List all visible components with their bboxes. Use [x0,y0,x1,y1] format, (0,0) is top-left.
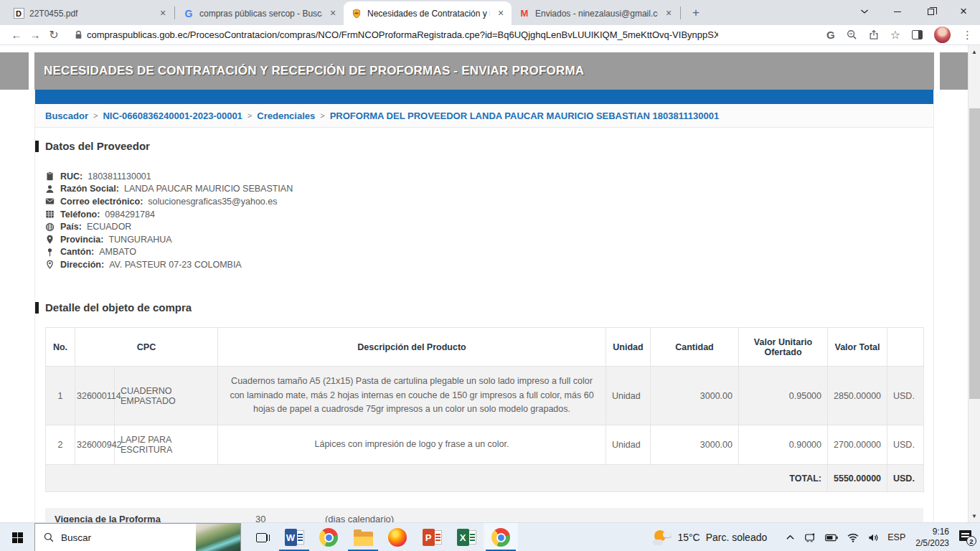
field-telefono: Teléfono: 0984291784 [45,208,293,221]
content-container: Buscador > NIC-0660836240001-2023-00001 … [34,90,934,522]
minimize-button[interactable] [881,0,914,23]
task-view-button[interactable] [245,523,277,551]
powerpoint-icon: P [423,529,442,546]
cell-unidad: Unidad [606,425,651,465]
taskbar-powerpoint-button[interactable]: P [415,523,449,551]
start-button[interactable] [0,523,34,551]
taskbar-chrome-active-button[interactable] [484,523,518,551]
taskbar-chrome-button[interactable] [311,523,346,551]
url-address[interactable]: compraspublicas.gob.ec/ProcesoContrataci… [87,29,718,40]
tab-close-icon[interactable]: × [327,8,339,19]
volume-icon[interactable] [868,533,879,542]
vertical-scrollbar[interactable]: ▲ ▼ [968,45,980,522]
tab-close-icon[interactable]: × [663,8,674,19]
partly-sunny-icon [653,529,672,545]
share-icon[interactable] [869,29,879,40]
google-g-icon[interactable]: G [826,29,835,41]
breadcrumb-nic-link[interactable]: NIC-0660836240001-2023-00001 [103,110,242,121]
hidden-icons-chevron-icon[interactable] [786,534,795,541]
total-currency: USD. [887,465,924,492]
tab-close-icon[interactable]: × [495,8,507,19]
cell-cantidad: 3000.00 [651,425,739,465]
scrollbar-thumb[interactable] [969,108,980,399]
taskbar-word-button[interactable]: W [277,523,311,551]
cell-cantidad: 3000.00 [651,367,739,425]
search-highlight-image[interactable] [196,524,240,551]
breadcrumb-separator: > [248,111,252,120]
vigencia-row: Vigencia de la Proforma 30 (dias calenda… [45,508,923,522]
col-cantidad: Cantidad [651,328,739,367]
tab-title: 22T0455.pdf [29,9,152,19]
taskbar-explorer-button[interactable] [346,523,380,551]
cell-valor-unitario: 0.95000 [739,367,828,425]
window-controls: × [848,0,980,23]
cell-cpc-name: LAPIZ PARA ESCRITURA [115,425,218,465]
taskbar: Buscar W P [0,522,980,551]
page-title: NECESIDADES DE CONTRATACIÓN Y RECEPCIÓN … [44,64,584,78]
provider-fields: RUC: 1803811130001 Razón Social: LANDA P… [45,170,293,271]
keypad-icon [45,209,55,219]
table-total-row: TOTAL: 5550.00000 USD. [46,465,924,492]
reload-button[interactable]: ↻ [44,28,63,42]
notification-center-button[interactable]: 2 [959,529,976,546]
browser-window: D 22T0455.pdf × G compras públicas serco… [0,0,980,551]
taskbar-excel-button[interactable]: X [449,523,484,551]
cell-cpc-code: 326000942 [75,425,115,465]
meet-now-icon[interactable] [804,532,816,542]
battery-icon[interactable] [825,534,838,542]
firefox-icon [388,528,407,547]
tab-necesidades-active[interactable]: Necesidades de Contratación y R × [344,1,512,25]
restore-button[interactable] [914,0,947,23]
forward-button[interactable]: → [26,29,44,41]
side-panel-icon[interactable] [912,30,923,39]
purchase-detail-table: No. CPC Descripción del Producto Unidad … [45,327,924,492]
vigencia-value: 30 [255,514,265,522]
browser-menu-icon[interactable]: ⋮ [962,29,973,42]
col-valor-unitario: Valor Unitario Ofertado [739,328,828,367]
tab-search-chevron-icon[interactable] [848,0,881,23]
taskbar-firefox-button[interactable] [380,523,415,551]
cell-valor-unitario: 0.90000 [739,425,828,465]
scroll-down-icon[interactable]: ▼ [969,510,980,522]
table-row: 2 326000942 LAPIZ PARA ESCRITURA Lápices… [46,425,924,465]
temperature: 15°C [677,532,699,543]
tab-gmail[interactable]: M Enviados - ninezalausi@gmail.co × [512,1,679,25]
back-button[interactable]: ← [7,29,26,41]
tab-close-icon[interactable]: × [157,8,169,19]
vigencia-suffix: (dias calendario) [325,514,394,522]
taskbar-search-input[interactable]: Buscar [34,523,241,551]
weather-widget[interactable]: 15°C Parc. soleado [653,529,767,545]
close-button[interactable]: × [947,0,980,23]
lock-icon[interactable] [75,30,83,39]
bookmark-star-icon[interactable]: ☆ [890,28,900,42]
col-descripcion: Descripción del Producto [218,328,606,367]
person-icon [45,184,55,194]
new-tab-button[interactable]: + [686,3,706,23]
tab-pdf[interactable]: D 22T0455.pdf × [6,1,174,25]
globe-icon [45,222,55,232]
breadcrumb-buscador-link[interactable]: Buscador [45,110,88,121]
profile-avatar[interactable] [934,27,951,43]
breadcrumb-credenciales-link[interactable]: Credenciales [257,110,315,121]
cell-moneda: USD. [887,425,924,465]
scroll-up-icon[interactable]: ▲ [969,46,980,57]
header-band-right [940,52,968,90]
field-ruc: RUC: 1803811130001 [45,170,293,183]
taskbar-apps: W P X [277,523,518,551]
envelope-icon [45,197,55,206]
cell-moneda: USD. [887,367,924,425]
clipboard-icon [45,171,55,181]
zoom-icon[interactable] [847,29,857,40]
accent-blue-bar [35,90,933,104]
language-indicator[interactable]: ESP [887,532,905,542]
field-correo: Correo electrónico: solucionesgraficas35… [45,195,293,208]
tab-title: Necesidades de Contratación y R [367,9,490,19]
clock[interactable]: 9:16 2/5/2023 [915,526,949,549]
wifi-icon[interactable] [847,533,859,542]
pdf-file-icon: D [13,8,24,19]
total-label: TOTAL: [46,465,828,492]
tab-google-search[interactable]: G compras públicas sercop - Busca × [176,1,344,25]
search-placeholder: Buscar [61,532,196,543]
toolbar-actions: G ☆ ⋮ [826,27,973,43]
tab-strip: D 22T0455.pdf × G compras públicas serco… [0,0,980,25]
